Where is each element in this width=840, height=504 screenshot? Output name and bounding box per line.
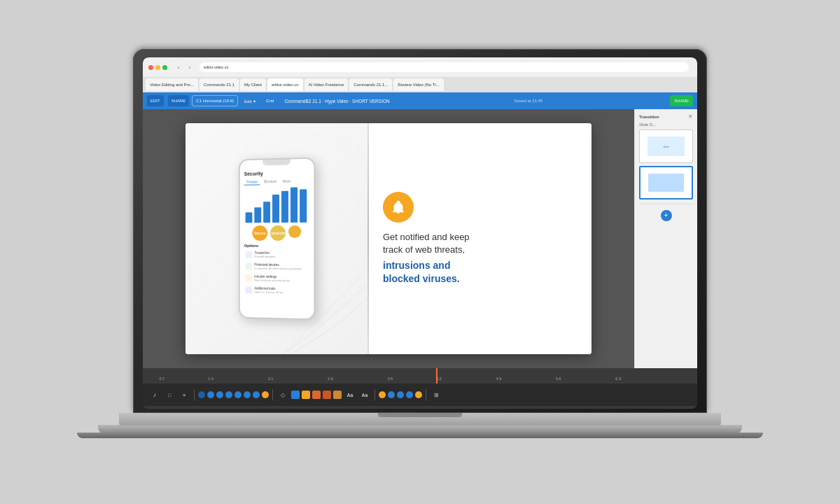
browser-tab-2[interactable]: Commands 21.1: [200, 78, 239, 91]
browser-tab-7[interactable]: Review Video (No Ti...: [393, 78, 443, 91]
color-dot-yellow-2[interactable]: [379, 391, 386, 398]
music-tool-button[interactable]: ♪: [148, 388, 161, 401]
chart-bar-2: [254, 207, 261, 223]
color-dot-blue-5[interactable]: [234, 391, 241, 398]
url-text: editor.video.co: [204, 65, 228, 69]
ruler-mark-1: 0.7: [160, 377, 165, 381]
color-dot-yellow-3[interactable]: [415, 391, 422, 398]
ruler-mark-8: 5.6: [556, 377, 561, 381]
toolbar-sep-1: [194, 389, 195, 400]
color-dot-yellow-1[interactable]: [262, 391, 269, 398]
maximize-button[interactable]: [162, 65, 167, 70]
laptop-hinge: [378, 413, 462, 417]
share-small-button[interactable]: SHARE: [168, 95, 190, 106]
sidebar-thumb-1[interactable]: slide: [639, 130, 693, 163]
image-icon: □: [168, 393, 171, 398]
color-dot-blue-1[interactable]: [198, 391, 205, 398]
edit-button[interactable]: EDIT: [147, 95, 164, 106]
text-style-1-button[interactable]: Aa: [344, 388, 356, 401]
chart-bar-1: [246, 212, 253, 223]
sidebar-close-icon[interactable]: ✕: [688, 113, 693, 120]
color-square-yellow-1[interactable]: [302, 391, 310, 399]
laptop-base: [119, 413, 721, 426]
sidebar-divider: [639, 204, 693, 204]
phone-options-title: Options: [244, 244, 310, 248]
grid-button[interactable]: Grid: [262, 95, 277, 106]
add-slide-button[interactable]: +: [661, 210, 672, 221]
curve-decoration: [284, 270, 368, 354]
badge-extra: [288, 225, 301, 238]
color-dot-blue-4[interactable]: [225, 391, 232, 398]
aspect-ratio-button[interactable]: C1 Horizontal (16:9): [192, 95, 238, 106]
color-square-orange-1[interactable]: [312, 391, 321, 399]
shape-tool-button[interactable]: ◇: [276, 388, 289, 401]
laptop-screen-inner: ‹ › editor.video.co Video Editing and Pr…: [143, 57, 697, 409]
text-aa-2: Aa: [362, 393, 368, 398]
toolbar-sep-4: [426, 389, 426, 400]
bell-icon-container: [383, 192, 414, 223]
browser-chrome: ‹ › editor.video.co: [143, 57, 697, 77]
ruler-mark-2: 1.4: [208, 377, 214, 381]
sidebar-header: Transition ✕: [639, 113, 693, 120]
slide-canvas[interactable]: Security Threats Blocked: [186, 123, 592, 354]
slide-right-page: Get notified and keep track of web threa…: [368, 123, 592, 354]
phone-option-1: Trusted list Firewall activities: [244, 250, 310, 260]
ruler-mark-9: 6.3: [615, 377, 621, 381]
chart-bar-5: [281, 191, 288, 223]
laptop-screen-bezel: ‹ › editor.video.co Video Editing and Pr…: [133, 49, 707, 413]
minimize-button[interactable]: [155, 65, 160, 70]
grid-tool-button[interactable]: ⊞: [430, 388, 442, 401]
color-dot-blue-10[interactable]: [406, 391, 413, 398]
share-button[interactable]: SHARE: [670, 95, 693, 106]
shape-icon: ◇: [281, 392, 285, 398]
forward-button[interactable]: ›: [186, 64, 194, 71]
color-square-blue-1[interactable]: [291, 391, 300, 399]
text-style-2-button[interactable]: Aa: [358, 388, 371, 401]
phone-tab-threats[interactable]: Threats: [244, 178, 260, 185]
color-square-amber-1[interactable]: [333, 391, 342, 399]
color-square-orange-2[interactable]: [323, 391, 331, 399]
phone-notch: [262, 160, 290, 166]
color-dot-blue-6[interactable]: [244, 391, 251, 398]
list-tool-button[interactable]: ≡: [178, 388, 190, 401]
back-button[interactable]: ‹: [174, 64, 183, 71]
color-dot-blue-2[interactable]: [207, 391, 214, 398]
browser-tab-bar: Video Editing and Pro... Commands 21.1 M…: [143, 77, 697, 92]
bell-icon: [391, 200, 406, 215]
browser-tab-1[interactable]: Video Editing and Pro...: [146, 78, 198, 91]
playhead[interactable]: [436, 368, 438, 384]
edit-menu-button[interactable]: Edit ✦: [241, 95, 260, 106]
sidebar-thumb-2-active[interactable]: [639, 166, 693, 200]
option-sub-1: Firewall activities: [254, 255, 275, 258]
browser-tab-4-active[interactable]: editor.video.co: [267, 78, 303, 91]
list-icon: ≡: [183, 393, 186, 398]
ruler-mark-3: 2.1: [268, 377, 274, 381]
browser-tab-3[interactable]: My Client: [240, 78, 266, 91]
chart-bar-3: [263, 202, 270, 223]
color-dot-blue-9[interactable]: [397, 391, 404, 398]
option-icon-1: [246, 251, 253, 258]
close-button[interactable]: [148, 65, 153, 70]
text-aa-1: Aa: [347, 393, 354, 398]
phone-tab-more[interactable]: More: [281, 178, 293, 185]
slide-d-label: Slide D...: [639, 122, 693, 127]
phone-app-header: Security: [244, 170, 310, 176]
editor-canvas-area: Security Threats Blocked: [143, 109, 634, 368]
badge-connected: Connected: [270, 225, 286, 241]
address-bar[interactable]: editor.video.co: [200, 62, 689, 72]
chart-bar-7: [300, 189, 307, 223]
color-dot-blue-7[interactable]: [253, 391, 260, 398]
phone-tab-blocked[interactable]: Blocked: [262, 178, 279, 185]
grid-icon: ⊞: [434, 392, 439, 398]
timeline-ruler: 0.7 1.4 2.1 2.8 3.5 4.2 4.9 5.6 6.3: [143, 368, 697, 384]
color-dot-blue-3[interactable]: [216, 391, 223, 398]
browser-tab-6[interactable]: Commands 21.1...: [349, 78, 392, 91]
color-dot-blue-8[interactable]: [388, 391, 395, 398]
plus-icon: +: [664, 212, 668, 219]
toolbar-sep-2: [272, 389, 273, 400]
music-icon: ♪: [153, 391, 157, 398]
image-tool-button[interactable]: □: [163, 388, 176, 401]
browser-tab-5[interactable]: Ai Video Freelance: [304, 78, 349, 91]
badge-secure: Secure: [252, 225, 267, 241]
option-icon-4: [246, 286, 253, 293]
